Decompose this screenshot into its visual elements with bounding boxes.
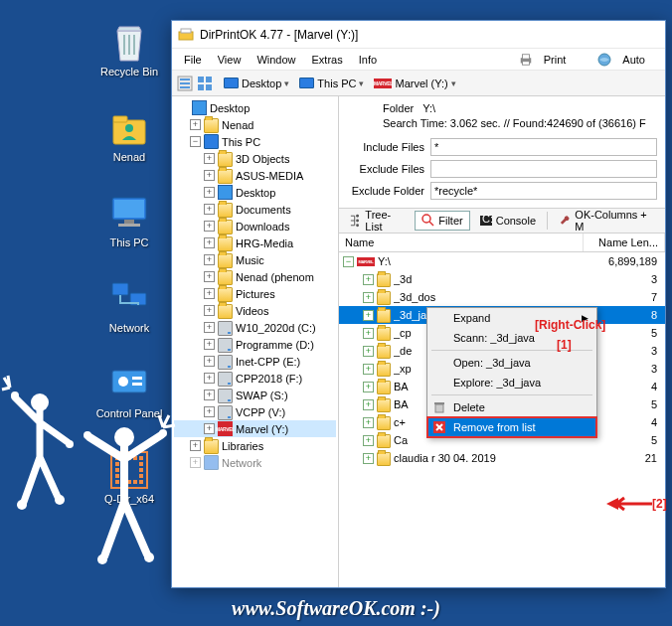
expand-icon[interactable]: + [363,292,374,303]
folder-tree[interactable]: Desktop +Nenad −This PC +3D Objects +ASU… [172,96,339,587]
tab-console[interactable]: C:\Console [472,211,543,231]
tree-node[interactable]: +CPP2018 (F:) [174,370,336,387]
expand-icon[interactable]: + [204,204,215,215]
expand-icon[interactable]: + [204,373,215,384]
collapse-icon[interactable]: − [190,136,201,147]
desktop-icon-recycle-bin[interactable]: Recycle Bin [93,22,165,78]
expand-icon[interactable]: + [363,417,374,428]
expand-icon[interactable]: + [204,288,215,299]
collapse-icon[interactable]: − [343,256,354,267]
exclude-folder-input[interactable] [430,182,657,200]
list-row-root[interactable]: − MARVEL Y:\ 6,899,189 [339,252,665,270]
expand-icon[interactable]: + [204,390,215,400]
expand-icon[interactable]: + [204,339,215,350]
include-input[interactable] [430,138,657,156]
list-row[interactable]: +claudia r 30 04. 201921 [339,449,665,467]
expand-icon[interactable]: + [204,423,215,434]
expand-icon[interactable]: + [204,322,215,333]
ctx-scan[interactable]: Scann: _3d_java [427,328,596,348]
tree-node[interactable]: +Downloads [174,218,336,235]
expand-icon[interactable]: + [363,453,374,464]
tree-node[interactable]: +Documents [174,201,336,218]
tree-node-selected[interactable]: +MARVELMarvel (Y:) [174,420,336,437]
desktop-icon-network[interactable]: Network [93,278,165,334]
ctx-delete[interactable]: Delete [427,397,596,417]
tree-node-desktop[interactable]: Desktop [174,99,336,116]
expand-icon[interactable]: + [363,310,374,321]
menu-extras[interactable]: Extras [304,52,351,68]
toolbar-button-1[interactable] [176,75,194,92]
tree-node[interactable]: +Desktop [174,184,336,201]
tree-node[interactable]: +Inet-CPP (E:) [174,353,336,370]
menu-file[interactable]: File [176,52,210,68]
tab-ok-columns[interactable]: OK-Columns + M [552,206,662,235]
exclude-input[interactable] [430,160,657,178]
menu-window[interactable]: Window [249,52,303,68]
tree-node[interactable]: +Nenad (phenom [174,268,336,285]
tree-node[interactable]: +W10_2020d (C:) [174,319,336,336]
svg-rect-56 [206,84,212,90]
desktop-icon-this-pc[interactable]: This PC [93,193,165,248]
desktop-icon-user[interactable]: Nenad [93,107,165,163]
tree-node-libraries[interactable]: +Libraries [174,437,336,454]
titlebar[interactable]: DirPrintOK 4.77 - [Marvel (Y:)] [172,21,665,49]
tree-node[interactable]: +3D Objects [174,150,336,167]
column-name-len[interactable]: Name Len... [584,234,665,251]
expand-icon[interactable]: + [190,457,201,468]
expand-icon[interactable]: + [363,435,374,446]
ctx-explore[interactable]: Explore: _3d_java [427,373,596,392]
tree-node[interactable]: +Programme (D:) [174,336,336,353]
expand-icon[interactable]: + [204,406,215,417]
tree-node-user[interactable]: +Nenad [174,116,336,133]
include-label: Include Files [347,141,424,153]
svg-rect-46 [522,54,529,58]
marvel-icon: MARVEL [357,257,375,266]
expand-icon[interactable]: + [363,382,374,392]
ctx-expand[interactable]: Expand▶ [427,308,596,328]
svg-rect-0 [123,35,125,55]
expand-icon[interactable]: + [204,237,215,248]
ctx-separator [431,394,592,395]
tab-tree-list[interactable]: Tree-List [342,206,413,235]
breadcrumb-marvel[interactable]: MARVELMarvel (Y:)▾ [370,77,459,90]
menu-info[interactable]: Info [351,52,385,68]
expand-icon[interactable]: + [363,274,374,285]
list-row[interactable]: +_3d3 [339,270,665,288]
expand-icon[interactable]: + [204,356,215,367]
expand-icon[interactable]: + [204,153,215,164]
expand-icon[interactable]: + [190,440,201,451]
expand-icon[interactable]: + [204,170,215,181]
breadcrumb-thispc[interactable]: This PC▾ [295,77,368,90]
tree-node-network[interactable]: +Network [174,454,336,471]
ctx-remove-from-list[interactable]: Remove from list [427,417,596,437]
toolbar-button-2[interactable] [196,75,214,92]
expand-icon[interactable]: + [363,399,374,410]
tree-node-thispc[interactable]: −This PC [174,133,336,150]
tree-node[interactable]: +Videos [174,302,336,319]
breadcrumb-desktop[interactable]: Desktop▾ [220,77,293,90]
expand-icon[interactable]: + [363,328,374,339]
tree-node[interactable]: +Pictures [174,285,336,302]
expand-icon[interactable]: + [363,364,374,375]
menu-view[interactable]: View [210,52,250,68]
tree-node[interactable]: +VCPP (V:) [174,403,336,420]
expand-icon[interactable]: + [204,254,215,265]
tree-node[interactable]: +HRG-Media [174,235,336,251]
expand-icon[interactable]: + [204,305,215,316]
tree-node[interactable]: +Music [174,251,336,268]
expand-icon[interactable]: + [204,187,215,198]
expand-icon[interactable]: + [204,271,215,282]
column-name[interactable]: Name [339,234,584,251]
svg-rect-47 [522,61,529,65]
expand-icon[interactable]: + [204,221,215,232]
ctx-open[interactable]: Open: _3d_java [427,353,596,373]
tree-node[interactable]: +ASUS-MEDIA [174,167,336,184]
menu-auto[interactable]: Auto [589,50,661,70]
menu-print[interactable]: Print [511,50,583,70]
tab-filter[interactable]: Filter [415,211,469,231]
expand-icon[interactable]: + [190,119,201,130]
expand-icon[interactable]: + [363,346,374,357]
tree-node[interactable]: +SWAP (S:) [174,387,336,403]
folder-icon [218,236,233,251]
list-row[interactable]: +_3d_dos7 [339,288,665,306]
